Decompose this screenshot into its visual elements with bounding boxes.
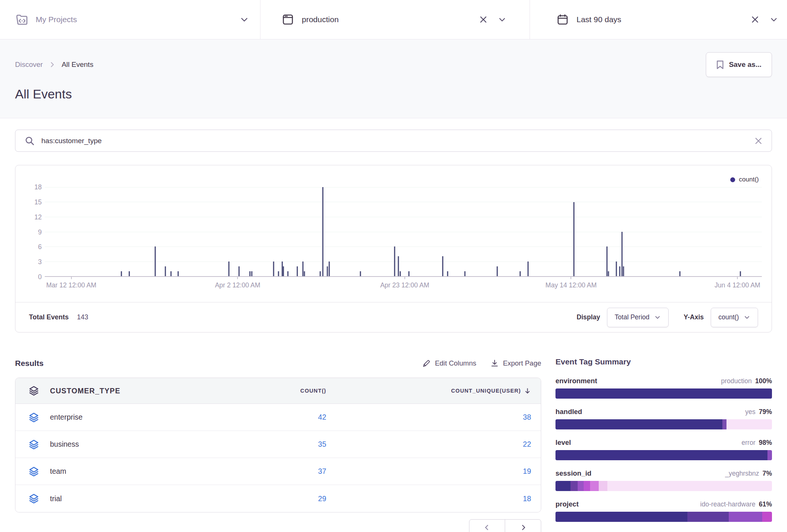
tag-bar-segment [590,481,599,491]
chart-legend[interactable]: count() [730,176,759,183]
chart-bar [129,271,130,276]
display-dropdown-value: Total Period [615,313,649,321]
search-input[interactable] [41,137,748,145]
y-axis-tick-label: 12 [35,213,42,221]
tag-distribution-bar[interactable] [555,481,772,491]
tag-bar-segment [726,419,772,429]
results-table-header: CUSTOMER_TYPE COUNT() COUNT_UNIQUE(USER) [15,378,541,404]
cell-count-unique-link[interactable]: 19 [523,467,531,476]
tag-summary-row: levelerror98% [555,438,772,460]
chart-bar [608,271,609,276]
y-axis-tick-label: 3 [38,258,42,266]
y-axis-tick-label: 9 [38,228,42,236]
date-range-selector[interactable]: Last 90 days [530,0,787,39]
column-header-count-unique-user[interactable]: COUNT_UNIQUE(USER) [326,387,531,394]
chart-bar [322,187,324,276]
tag-summary-row: handledyes79% [555,408,772,429]
chart-bar [394,246,395,276]
x-axis-tick-label: Apr 23 12:00 AM [380,281,429,289]
stack-icon[interactable] [29,413,50,422]
x-axis-tick-label: Jun 4 12:00 AM [714,281,760,289]
tag-bar-segment [555,388,772,399]
chevron-down-icon[interactable] [498,15,506,24]
chart-bar [574,202,575,277]
edit-columns-button[interactable]: Edit Columns [422,359,476,367]
total-events-value: 143 [77,313,88,321]
cell-count-link[interactable]: 29 [318,494,326,503]
display-dropdown[interactable]: Total Period [607,308,669,327]
clear-environment-icon[interactable] [479,15,487,24]
stack-icon[interactable] [29,467,50,476]
save-as-button[interactable]: Save as... [706,52,772,77]
tag-percent: 7% [763,470,772,478]
search-bar [15,130,772,152]
cell-count-unique-link[interactable]: 22 [523,440,531,449]
pagination-next-button[interactable] [505,519,541,532]
chart-bar [616,261,617,276]
chevron-down-icon [240,15,249,24]
export-page-button[interactable]: Export Page [490,359,541,367]
calendar-icon [556,13,569,26]
event-tag-summary-title: Event Tag Summary [555,357,772,366]
cell-customer-type: enterprise [50,413,245,422]
breadcrumb-current: All Events [62,60,93,69]
tag-top-value: _yeghrsbnz [725,470,759,478]
chart-plot[interactable]: Mar 12 12:00 AMApr 2 12:00 AMApr 23 12:0… [45,187,762,277]
chart-bar [229,261,230,276]
tag-bar-segment [599,481,607,491]
cell-count-unique-link[interactable]: 38 [523,413,531,422]
tag-distribution-bar[interactable] [555,512,772,522]
page-header: Discover All Events Save as... All Event… [0,39,787,118]
chart-bar [251,271,253,276]
chart-bar [302,261,303,276]
x-axis-tick [737,276,738,279]
clear-search-icon[interactable] [754,137,763,145]
legend-series-dot [730,177,735,182]
chart-bar [447,271,448,276]
tag-percent: 100% [755,377,772,385]
tag-summary-row: projectido-react-hardware61% [555,500,772,522]
tag-bar-segment [722,419,727,429]
project-selector[interactable]: My Projects [0,0,260,39]
tag-summary-row: environmentproduction100% [555,377,772,399]
chevron-down-icon[interactable] [770,15,778,24]
chart-bar [527,261,528,276]
chart-bar [327,266,328,276]
cell-count-link[interactable]: 35 [318,440,326,448]
cell-customer-type: trial [50,494,245,503]
chart-bar [398,256,399,276]
sort-desc-arrow-icon [524,387,531,394]
search-icon [24,136,35,146]
cell-count-link[interactable]: 37 [318,467,326,475]
cell-count-unique-link[interactable]: 18 [523,494,531,503]
chart-bar [287,271,288,276]
x-axis-tick [237,276,238,279]
tag-distribution-bar[interactable] [555,388,772,399]
y-axis-dropdown[interactable]: count() [711,308,758,327]
clear-date-range-icon[interactable] [751,15,759,24]
breadcrumb-discover-link[interactable]: Discover [15,60,43,69]
column-header-customer-type[interactable]: CUSTOMER_TYPE [50,387,245,395]
stack-icon[interactable] [29,494,50,503]
tag-summary-row: session_id_yeghrsbnz7% [555,469,772,491]
tag-bar-segment [555,450,767,460]
chart-bar [297,266,298,276]
cell-count-link[interactable]: 42 [318,413,326,421]
legend-series-label: count() [739,176,759,183]
tag-bar-segment [555,512,687,522]
tag-top-value: yes [745,408,755,416]
column-header-count[interactable]: COUNT() [245,388,326,394]
environment-selector[interactable]: production [260,0,530,39]
pagination-previous-button[interactable] [469,519,505,532]
chart-bar [465,271,466,276]
tag-distribution-bar[interactable] [555,419,772,429]
chart-bar [304,271,305,276]
stack-icon[interactable] [29,440,50,449]
cell-customer-type: team [50,467,245,476]
tag-distribution-bar[interactable] [555,450,772,460]
chart-gridline [45,217,762,217]
table-row: team3719 [15,458,541,485]
tag-bar-segment [571,481,578,491]
x-axis-tick [571,276,571,279]
chart-bar [619,266,621,276]
